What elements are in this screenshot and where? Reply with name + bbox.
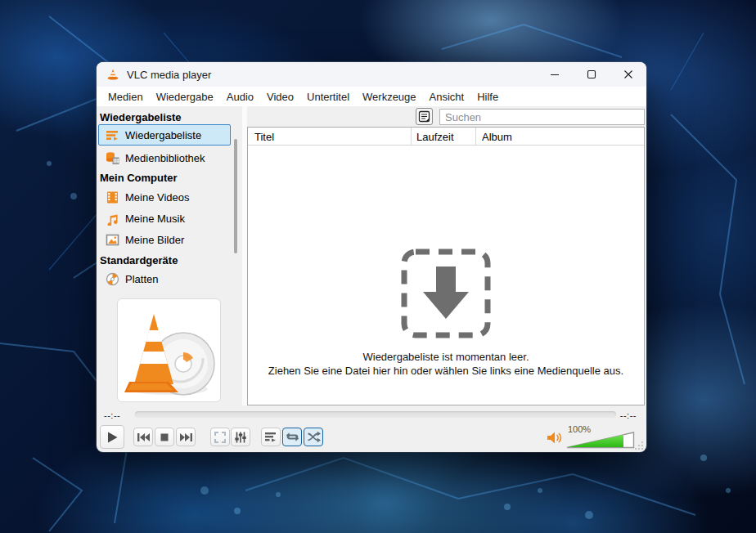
sidebar-item-label: Platten <box>125 273 158 285</box>
fullscreen-icon <box>214 431 227 444</box>
menu-medien[interactable]: Medien <box>101 91 150 103</box>
drop-zone[interactable] <box>400 248 492 339</box>
sidebar: Wiedergabeliste Wiedergabeliste <box>97 106 242 405</box>
column-header-titel[interactable]: Titel <box>254 128 274 146</box>
column-separator[interactable] <box>411 128 412 146</box>
playlist-icon <box>106 128 119 142</box>
sidebar-section-wiedergabeliste: Wiedergabeliste <box>100 111 182 123</box>
total-time: --:-- <box>620 410 637 420</box>
next-button[interactable] <box>176 428 196 446</box>
resize-grip[interactable] <box>634 441 644 450</box>
playlist-toolbar <box>247 106 645 127</box>
sidebar-item-label: Wiedergabeliste <box>125 129 201 141</box>
sidebar-item-meine-musik[interactable]: Meine Musik <box>98 208 231 229</box>
content-area: Wiedergabeliste Wiedergabeliste <box>97 106 646 405</box>
next-icon <box>179 432 193 442</box>
stop-icon <box>160 432 169 442</box>
column-separator[interactable] <box>475 128 476 146</box>
vlc-cone-artwork <box>118 299 220 401</box>
menu-werkzeuge[interactable]: Werkzeuge <box>356 91 423 103</box>
loop-button[interactable] <box>282 428 302 446</box>
previous-button[interactable] <box>133 428 153 446</box>
videos-icon <box>106 190 119 204</box>
elapsed-time: --:-- <box>104 410 120 420</box>
stop-button[interactable] <box>155 428 174 446</box>
menu-wiedergabe[interactable]: Wiedergabe <box>150 91 220 103</box>
sidebar-item-label: Meine Bilder <box>125 234 184 246</box>
artwork-panel <box>117 298 221 402</box>
playlist-toggle-button[interactable] <box>261 428 281 446</box>
menu-untertitel[interactable]: Untertitel <box>300 91 356 103</box>
pictures-icon <box>106 233 119 247</box>
volume-cluster: 100% <box>547 423 637 452</box>
shuffle-icon <box>307 431 321 443</box>
loop-icon <box>286 431 299 443</box>
menu-ansicht[interactable]: Ansicht <box>423 91 471 103</box>
vlc-window: VLC media player Medien Wiedergabe Audio… <box>97 62 646 452</box>
menu-video[interactable]: Video <box>260 91 300 103</box>
shuffle-button[interactable] <box>304 428 323 446</box>
window-title: VLC media player <box>127 69 211 81</box>
volume-slider[interactable] <box>566 432 635 449</box>
menu-audio[interactable]: Audio <box>220 91 260 103</box>
empty-message-line2: Ziehen Sie eine Datei hier hin oder wähl… <box>268 365 623 377</box>
main-area: Titel Laufzeit Album <box>247 106 646 405</box>
sidebar-item-label: Medienbibliothek <box>125 152 205 164</box>
discs-icon <box>106 272 119 286</box>
sidebar-item-label: Meine Videos <box>125 191 190 204</box>
titlebar[interactable]: VLC media player <box>97 62 646 87</box>
speaker-icon[interactable] <box>547 431 564 445</box>
column-header-laufzeit[interactable]: Laufzeit <box>416 128 454 146</box>
sidebar-item-label: Meine Musik <box>125 213 185 225</box>
seek-slider[interactable] <box>135 411 616 418</box>
play-icon <box>105 430 119 445</box>
maximize-button[interactable] <box>573 62 610 87</box>
sidebar-item-meine-videos[interactable]: Meine Videos <box>98 186 231 208</box>
menubar: Medien Wiedergabe Audio Video Untertitel… <box>97 87 646 106</box>
fullscreen-button[interactable] <box>210 428 230 446</box>
playlist-panel: Titel Laufzeit Album <box>247 127 645 405</box>
vlc-cone-icon <box>106 68 119 81</box>
maximize-icon <box>587 69 596 79</box>
download-arrow-icon <box>423 266 469 319</box>
empty-playlist-area: Wiedergabeliste ist momentan leer. Ziehe… <box>248 146 644 405</box>
equalizer-button[interactable] <box>231 428 250 446</box>
sidebar-item-wiedergabeliste[interactable]: Wiedergabeliste <box>98 124 231 146</box>
sidebar-section-mein-computer: Mein Computer <box>100 172 178 184</box>
column-header-album[interactable]: Album <box>482 128 512 146</box>
minimize-icon <box>550 69 560 79</box>
list-view-icon <box>418 110 430 123</box>
transport-controls: 100% <box>97 423 646 452</box>
sidebar-item-platten[interactable]: Platten <box>98 268 231 289</box>
view-mode-button[interactable] <box>416 108 433 125</box>
playlist-toggle-icon <box>264 431 277 443</box>
close-button[interactable] <box>610 62 646 87</box>
menu-hilfe[interactable]: Hilfe <box>470 91 505 103</box>
minimize-button[interactable] <box>536 62 573 87</box>
media-library-icon <box>106 151 119 165</box>
search-input[interactable] <box>439 109 645 125</box>
sidebar-section-standardgeraete: Standardgeräte <box>100 254 178 266</box>
empty-message-line1: Wiedergabeliste ist momentan leer. <box>362 351 529 363</box>
playlist-table-header: Titel Laufzeit Album <box>248 128 644 146</box>
sidebar-item-medienbibliothek[interactable]: Medienbibliothek <box>98 147 231 168</box>
music-icon <box>106 212 119 226</box>
equalizer-icon <box>234 431 247 444</box>
sidebar-item-meine-bilder[interactable]: Meine Bilder <box>98 229 231 250</box>
sidebar-scrollbar[interactable] <box>234 139 237 253</box>
previous-icon <box>137 432 151 442</box>
close-icon <box>623 69 633 79</box>
desktop: VLC media player Medien Wiedergabe Audio… <box>0 0 756 533</box>
play-button[interactable] <box>100 425 124 449</box>
seek-row: --:-- --:-- <box>97 405 646 423</box>
